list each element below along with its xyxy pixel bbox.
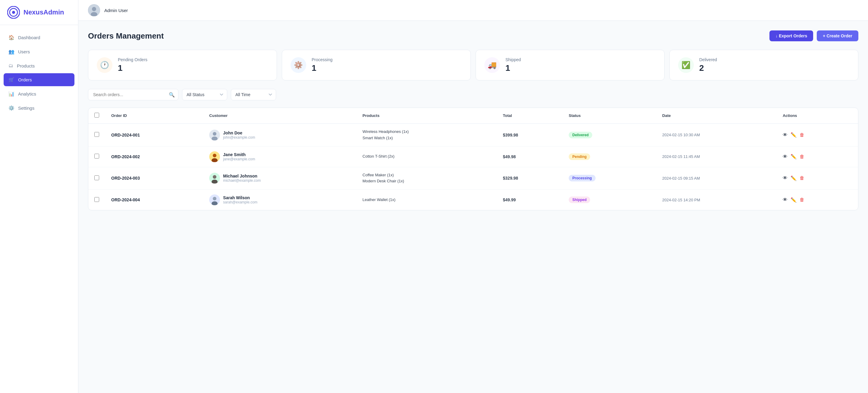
row-checkbox[interactable] xyxy=(94,132,99,137)
filters-row: 🔍 All Status Delivered Pending Processin… xyxy=(88,89,858,100)
row-checkbox[interactable] xyxy=(94,197,99,202)
products-cell: Leather Wallet (1x) xyxy=(356,189,497,210)
table-row: ORD-2024-003 Michael Johnson michael@exa… xyxy=(88,167,858,189)
view-button[interactable]: 👁 xyxy=(783,197,787,203)
customer-name: Jane Smith xyxy=(223,152,255,157)
row-checkbox[interactable] xyxy=(94,154,99,158)
th-total: Total xyxy=(497,108,563,124)
customer-avatar xyxy=(209,194,220,205)
th-checkbox xyxy=(88,108,105,124)
th-products: Products xyxy=(356,108,497,124)
sidebar-item-users[interactable]: 👥 Users xyxy=(4,45,74,58)
customer-cell: Michael Johnson michael@example.com xyxy=(203,167,356,189)
total-cell: $329.98 xyxy=(497,167,563,189)
status-badge: Delivered xyxy=(569,132,592,138)
stat-card-delivered: ✅ Delivered 2 xyxy=(670,50,858,81)
processing-icon-wrap: ⚙️ xyxy=(290,57,306,73)
home-icon: 🏠 xyxy=(8,35,14,40)
search-button[interactable]: 🔍 xyxy=(169,92,175,98)
delete-button[interactable]: 🗑 xyxy=(800,197,804,203)
products-cell: Cotton T-Shirt (2x) xyxy=(356,146,497,167)
sidebar-item-dashboard[interactable]: 🏠 Dashboard xyxy=(4,31,74,44)
sidebar-nav: 🏠 Dashboard 👥 Users 🗂 Products 🛒 Orders … xyxy=(0,25,78,121)
customer-avatar xyxy=(209,129,220,141)
sidebar-logo: NexusAdmin xyxy=(0,0,78,25)
create-label: + Create Order xyxy=(823,33,852,38)
edit-button[interactable]: ✏️ xyxy=(790,154,797,159)
truck-icon: 🚚 xyxy=(488,61,497,69)
customer-email: jane@example.com xyxy=(223,157,255,161)
stat-value-shipped: 1 xyxy=(505,63,521,73)
orders-table: Order ID Customer Products Total Status … xyxy=(88,108,858,210)
sidebar-item-label-products: Products xyxy=(17,63,35,68)
export-label: ↓ Export Orders xyxy=(775,33,807,38)
customer-name: John Doe xyxy=(223,130,255,135)
stat-label-shipped: Shipped xyxy=(505,57,521,62)
users-icon: 👥 xyxy=(8,49,14,55)
customer-avatar xyxy=(209,173,220,184)
date-cell: 2024-02-15 14:20 PM xyxy=(656,189,777,210)
sidebar-item-analytics[interactable]: 📊 Analytics xyxy=(4,87,74,100)
stat-card-shipped: 🚚 Shipped 1 xyxy=(475,50,664,81)
customer-name: Michael Johnson xyxy=(223,174,261,178)
sidebar-item-settings[interactable]: ⚙️ Settings xyxy=(4,101,74,115)
page-header: Orders Management ↓ Export Orders + Crea… xyxy=(88,30,858,41)
sidebar-item-orders[interactable]: 🛒 Orders xyxy=(4,73,74,86)
customer-email: john@example.com xyxy=(223,135,255,140)
page-actions: ↓ Export Orders + Create Order xyxy=(770,30,858,41)
row-checkbox-cell xyxy=(88,167,105,189)
header-username: Admin User xyxy=(104,8,128,13)
row-checkbox[interactable] xyxy=(94,175,99,180)
th-order-id: Order ID xyxy=(105,108,203,124)
customer-cell: Jane Smith jane@example.com xyxy=(203,146,356,167)
order-id-cell: ORD-2024-001 xyxy=(105,124,203,146)
clock-icon: 🕐 xyxy=(100,61,109,69)
svg-point-7 xyxy=(213,132,216,135)
table-row: ORD-2024-001 John Doe john@example.com W… xyxy=(88,124,858,146)
stat-card-processing: ⚙️ Processing 1 xyxy=(282,50,471,81)
sidebar-item-products[interactable]: 🗂 Products xyxy=(4,59,74,72)
view-button[interactable]: 👁 xyxy=(783,175,787,181)
svg-point-10 xyxy=(213,154,216,157)
status-filter-select[interactable]: All Status Delivered Pending Processing … xyxy=(182,89,227,100)
delete-button[interactable]: 🗑 xyxy=(800,154,804,159)
create-order-button[interactable]: + Create Order xyxy=(817,30,858,41)
customer-cell: John Doe john@example.com xyxy=(203,124,356,146)
header: Admin User xyxy=(79,0,868,21)
date-cell: 2024-02-15 10:30 AM xyxy=(656,124,777,146)
shipped-icon-wrap: 🚚 xyxy=(484,57,500,73)
view-button[interactable]: 👁 xyxy=(783,132,787,138)
avatar xyxy=(88,4,100,16)
view-button[interactable]: 👁 xyxy=(783,154,787,159)
stat-value-pending: 1 xyxy=(118,63,147,73)
time-filter-select[interactable]: All Time Today This Week This Month xyxy=(231,89,276,100)
search-input[interactable] xyxy=(88,89,179,100)
edit-button[interactable]: ✏️ xyxy=(790,197,797,203)
select-all-checkbox[interactable] xyxy=(94,113,99,118)
content-area: Orders Management ↓ Export Orders + Crea… xyxy=(79,21,868,393)
sidebar-item-label-settings: Settings xyxy=(18,105,34,111)
export-orders-button[interactable]: ↓ Export Orders xyxy=(770,30,813,41)
products-cell: Wireless Headphones (1x)Smart Watch (1x) xyxy=(356,124,497,146)
edit-button[interactable]: ✏️ xyxy=(790,175,797,181)
delete-button[interactable]: 🗑 xyxy=(800,132,804,138)
row-checkbox-cell xyxy=(88,146,105,167)
sidebar-item-label-users: Users xyxy=(18,49,30,54)
status-cell: Pending xyxy=(563,146,656,167)
stat-card-pending: 🕐 Pending Orders 1 xyxy=(88,50,277,81)
order-id-cell: ORD-2024-003 xyxy=(105,167,203,189)
brand-name: NexusAdmin xyxy=(24,8,64,16)
delete-button[interactable]: 🗑 xyxy=(800,175,804,181)
search-wrap: 🔍 xyxy=(88,89,179,100)
sidebar: NexusAdmin 🏠 Dashboard 👥 Users 🗂 Product… xyxy=(0,0,79,393)
actions-cell: 👁 ✏️ 🗑 xyxy=(777,146,858,167)
analytics-icon: 📊 xyxy=(8,91,14,97)
stats-row: 🕐 Pending Orders 1 ⚙️ Processing 1 🚚 xyxy=(88,50,858,81)
actions-cell: 👁 ✏️ 🗑 xyxy=(777,189,858,210)
stat-value-processing: 1 xyxy=(312,63,333,73)
sidebar-item-label-dashboard: Dashboard xyxy=(18,35,40,40)
stat-label-processing: Processing xyxy=(312,57,333,62)
edit-button[interactable]: ✏️ xyxy=(790,132,797,138)
pending-icon-wrap: 🕐 xyxy=(97,57,113,73)
check-icon: ✅ xyxy=(681,61,690,69)
